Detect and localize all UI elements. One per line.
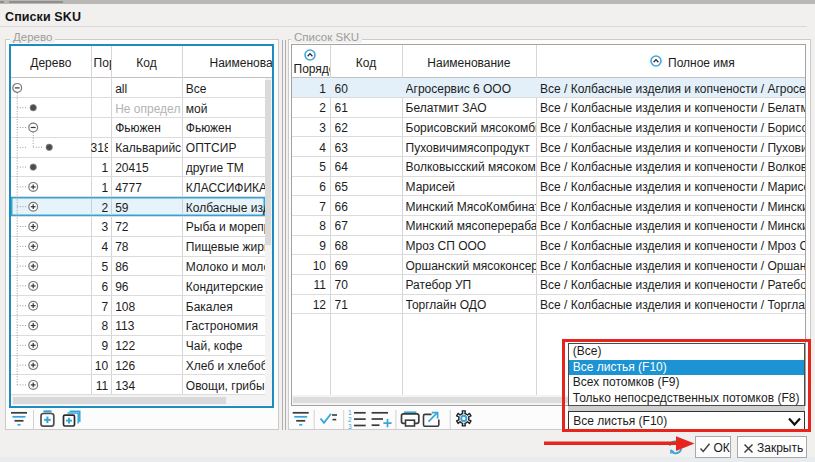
svg-text:1: 1: [348, 409, 352, 416]
svg-text:2: 2: [348, 416, 352, 423]
svg-text:3: 3: [348, 423, 352, 430]
